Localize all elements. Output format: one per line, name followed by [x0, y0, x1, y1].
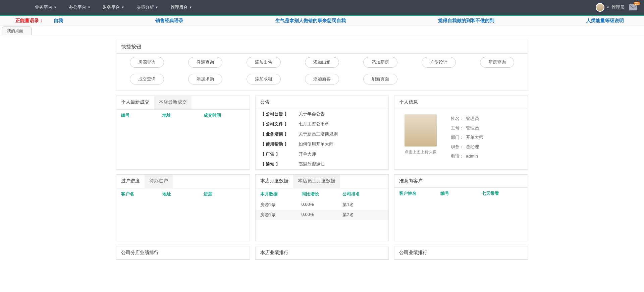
field-key: 电话： [451, 154, 464, 159]
branch-rank-title: 公司分店业绩排行 [116, 246, 250, 259]
marquee-item[interactable]: 销售经典语录 [155, 18, 183, 24]
col-client-name: 客户姓名 [399, 190, 440, 196]
quick-client-search[interactable]: 客源查询 [188, 57, 222, 68]
announce-item[interactable]: 【 使用帮助 】如何使用开单大师 [256, 139, 389, 149]
col-time: 成交时间 [204, 112, 245, 118]
announce-text: 七月工资公报单 [299, 121, 329, 127]
branch-rank-card: 公司分店业绩排行 [116, 246, 250, 260]
col-progress: 进度 [204, 191, 245, 197]
upload-photo-hint[interactable]: 点击上图上传头像 [405, 149, 437, 155]
nav-item-admin[interactable]: 管理后台▼ [166, 0, 197, 15]
prospects-header: 客户姓名 编号 七天带看 [394, 188, 528, 199]
quick-add-newhouse[interactable]: 添加新房 [363, 57, 397, 68]
user-menu[interactable]: ▼ 管理员 [596, 3, 625, 12]
marquee-item[interactable]: 觉得自我做的到和不做的到 [438, 18, 494, 24]
table-row[interactable]: 房源1条0.00%第1名 [256, 200, 389, 210]
announce-category: 【 使用帮助 】 [260, 141, 294, 147]
nav-item-office[interactable]: 办公平台▼ [64, 0, 95, 15]
quick-newhouse-search[interactable]: 新房查询 [480, 57, 514, 68]
marquee-item[interactable]: 生气是拿别人做错的事来惩罚自我 [275, 18, 346, 24]
quick-add-lease[interactable]: 添加求租 [247, 74, 281, 84]
announce-category: 【 业务培训 】 [260, 131, 294, 137]
tab-personal-deals[interactable]: 个人最新成交 [116, 96, 154, 109]
nav-label: 决策分析 [137, 4, 154, 10]
field-key: 职务： [451, 144, 464, 149]
profile-field: 工号：管理员 [451, 125, 483, 131]
transfer-card: 过户进度 待办过户 客户名 地址 进度 [116, 174, 250, 241]
page-tabs: 我的桌面 [0, 26, 644, 35]
profile-field: 职务：总经理 [451, 144, 483, 150]
quick-refresh[interactable]: 刷新页面 [363, 74, 397, 84]
profile-photo[interactable] [405, 114, 437, 147]
col-id: 编号 [440, 190, 482, 196]
tab-staff-monthly[interactable]: 本店员工月度数据 [293, 175, 340, 188]
table-cell: 0.00% [302, 202, 343, 208]
field-key: 姓名： [451, 116, 464, 121]
nav-item-analysis[interactable]: 决策分析▼ [132, 0, 163, 15]
nav-right: ▼ 管理员 21 [596, 3, 637, 12]
col-growth: 同比增长 [302, 191, 343, 197]
table-cell: 第1名 [342, 202, 384, 208]
announce-text: 关于年会公告 [299, 111, 325, 117]
nav-label: 业务平台 [35, 4, 52, 10]
tab-transfer-todo[interactable]: 待办过户 [145, 175, 173, 188]
announce-category: 【 公司文件 】 [260, 121, 294, 127]
announce-text: 高温放假通知 [299, 161, 325, 167]
quick-add-buy[interactable]: 添加求购 [188, 74, 222, 84]
profile-card: 个人信息 点击上图上传头像 姓名：管理员工号：管理员部门：开单大师职务：总经理电… [394, 96, 528, 170]
profile-title: 个人信息 [394, 96, 528, 109]
nav-item-finance[interactable]: 财务平台▼ [98, 0, 129, 15]
profile-field: 部门：开单大师 [451, 134, 483, 140]
messages-button[interactable]: 21 [629, 4, 637, 10]
col-address: 地址 [162, 112, 204, 118]
nav-item-business[interactable]: 业务平台▼ [30, 0, 61, 15]
announce-category: 【 通知 】 [260, 161, 294, 167]
quick-property-search[interactable]: 房源查询 [130, 57, 164, 68]
tab-desktop[interactable]: 我的桌面 [2, 26, 32, 35]
quick-floorplan[interactable]: 户型设计 [422, 57, 456, 68]
prospects-title: 准意向客户 [394, 175, 528, 188]
chevron-down-icon: ▼ [121, 6, 124, 9]
announce-item[interactable]: 【 公司文件 】七月工资公报单 [256, 119, 389, 129]
col-id: 编号 [121, 112, 162, 118]
message-badge: 21 [634, 2, 640, 5]
announce-title: 公告 [256, 96, 389, 109]
top-navbar: 业务平台▼ 办公平台▼ 财务平台▼ 决策分析▼ 管理后台▼ ▼ 管理员 21 [0, 0, 644, 15]
marquee-item[interactable]: 自我 [54, 18, 63, 24]
announce-item[interactable]: 【 广告 】开单大师 [256, 149, 389, 159]
field-key: 部门： [451, 135, 464, 140]
quick-add-client[interactable]: 添加新客 [305, 74, 339, 84]
store-rank-title: 本店业绩排行 [256, 246, 389, 259]
table-row[interactable]: 房源1条0.00%第2名 [256, 210, 389, 220]
announce-item[interactable]: 【 通知 】高温放假通知 [256, 159, 389, 169]
deals-header: 编号 地址 成交时间 [116, 110, 250, 121]
marquee-item[interactable]: 人类能量等级说明 [586, 18, 624, 24]
announce-item[interactable]: 【 公司公告 】关于年会公告 [256, 109, 389, 119]
table-cell: 0.00% [302, 212, 343, 218]
field-key: 工号： [451, 125, 464, 130]
field-value: 开单大师 [466, 135, 483, 140]
announce-category: 【 公司公告 】 [260, 111, 294, 117]
announce-card: 公告 【 公司公告 】关于年会公告【 公司文件 】七月工资公报单【 业务培训 】… [255, 96, 389, 170]
quick-deal-search[interactable]: 成交查询 [130, 74, 164, 84]
nav-label: 办公平台 [69, 4, 86, 10]
quick-add-sale[interactable]: 添加出售 [247, 57, 281, 68]
tab-store-deals[interactable]: 本店最新成交 [154, 96, 192, 109]
table-cell: 房源1条 [260, 202, 302, 208]
field-value: 管理员 [466, 116, 479, 121]
field-value: 管理员 [466, 125, 479, 130]
announce-text: 如何使用开单大师 [299, 141, 333, 147]
tab-transfer-progress[interactable]: 过户进度 [116, 175, 145, 188]
nav-label: 财务平台 [103, 4, 120, 10]
field-value: admin [466, 154, 478, 159]
announce-list: 【 公司公告 】关于年会公告【 公司文件 】七月工资公报单【 业务培训 】关于新… [256, 109, 389, 169]
col-month-data: 本月数据 [260, 191, 302, 197]
col-7day: 七天带看 [482, 190, 523, 196]
chevron-down-icon: ▼ [606, 6, 609, 9]
marquee-row: 正能量语录： 自我 销售经典语录 生气是拿别人做错的事来惩罚自我 觉得自我做的到… [0, 16, 644, 26]
quick-add-rent[interactable]: 添加出租 [305, 57, 339, 68]
tab-store-monthly[interactable]: 本店月度数据 [256, 175, 293, 188]
col-client: 客户名 [121, 191, 162, 197]
announce-item[interactable]: 【 业务培训 】关于新员工培训规则 [256, 129, 389, 139]
col-rank: 公司排名 [342, 191, 384, 197]
